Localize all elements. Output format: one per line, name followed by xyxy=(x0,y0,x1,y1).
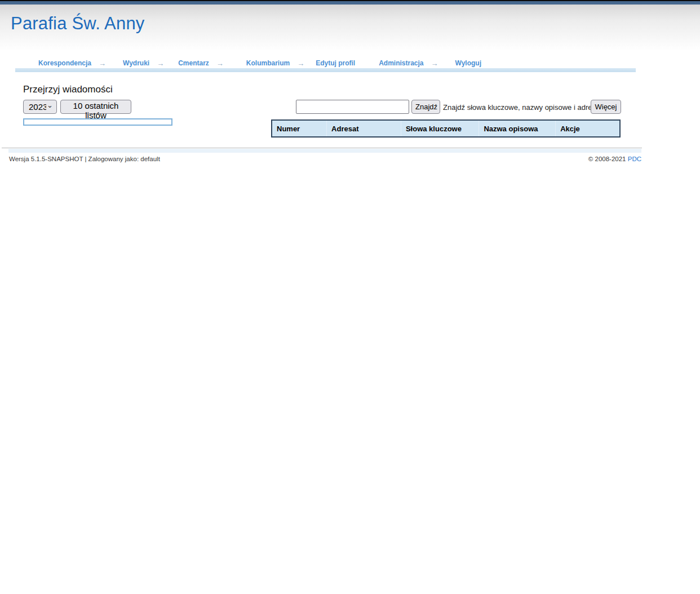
more-button[interactable]: Więcej xyxy=(591,100,621,114)
footer-accent-bar xyxy=(8,149,641,153)
footer-copyright: © 2008-2021 PDC xyxy=(588,156,641,162)
arrow-right-icon: → xyxy=(297,59,304,68)
last-letters-button[interactable]: 10 ostatnich listów xyxy=(60,100,131,114)
arrow-right-icon: → xyxy=(431,59,438,68)
section-heading: Przejrzyj wiadomości xyxy=(23,84,113,95)
column-header-nazwa-opisowa: Nazwa opisowa xyxy=(479,120,556,137)
footer-divider xyxy=(2,148,642,148)
footer-version-text: Wersja 5.1.5-SNAPSHOT | Zalogowany jako:… xyxy=(9,156,160,162)
find-button[interactable]: Znajdź xyxy=(411,100,440,114)
nav-item-wydruki[interactable]: Wydruki → xyxy=(123,59,164,68)
pdc-link[interactable]: PDC xyxy=(628,156,641,162)
search-hint: Znajdź słowa kluczowe, nazwy opisowe i a… xyxy=(443,103,599,112)
column-header-akcje: Akcje xyxy=(556,120,620,137)
nav-underline-bar xyxy=(15,68,636,72)
messages-table: Numer Adresat Słowa kluczowe Nazwa opiso… xyxy=(271,119,621,138)
nav-item-korespondencja[interactable]: Korespondencja → xyxy=(38,59,106,68)
nav-item-kolumbarium[interactable]: Kolumbarium → xyxy=(246,59,304,68)
column-header-numer: Numer xyxy=(272,120,327,137)
arrow-right-icon: → xyxy=(99,59,106,68)
nav-item-edytuj-profil[interactable]: Edytuj profil xyxy=(316,59,355,67)
nav-item-wyloguj[interactable]: Wyloguj xyxy=(455,59,481,67)
copyright-text: © 2008-2021 xyxy=(588,156,626,162)
year-select[interactable]: 2023 xyxy=(23,100,57,114)
nav-item-administracja[interactable]: Administracja → xyxy=(379,59,438,68)
year-select-wrap: 2023 ⌄ xyxy=(23,100,57,114)
search-input[interactable] xyxy=(296,100,409,114)
page: Parafia Św. Anny Korespondencja → Wydruk… xyxy=(0,0,700,594)
column-header-slowa-kluczowe: Słowa kluczowe xyxy=(401,120,479,137)
main-nav: Korespondencja → Wydruki → Cmentarz → Ko… xyxy=(0,58,700,68)
page-title: Parafia Św. Anny xyxy=(11,14,145,34)
arrow-right-icon: → xyxy=(216,59,224,68)
nav-item-cmentarz[interactable]: Cmentarz → xyxy=(178,59,224,68)
header: Parafia Św. Anny xyxy=(0,5,700,51)
column-header-adresat: Adresat xyxy=(327,120,401,137)
arrow-right-icon: → xyxy=(157,59,164,68)
table-header-row: Numer Adresat Słowa kluczowe Nazwa opiso… xyxy=(272,120,620,137)
filter-input[interactable] xyxy=(23,118,172,126)
